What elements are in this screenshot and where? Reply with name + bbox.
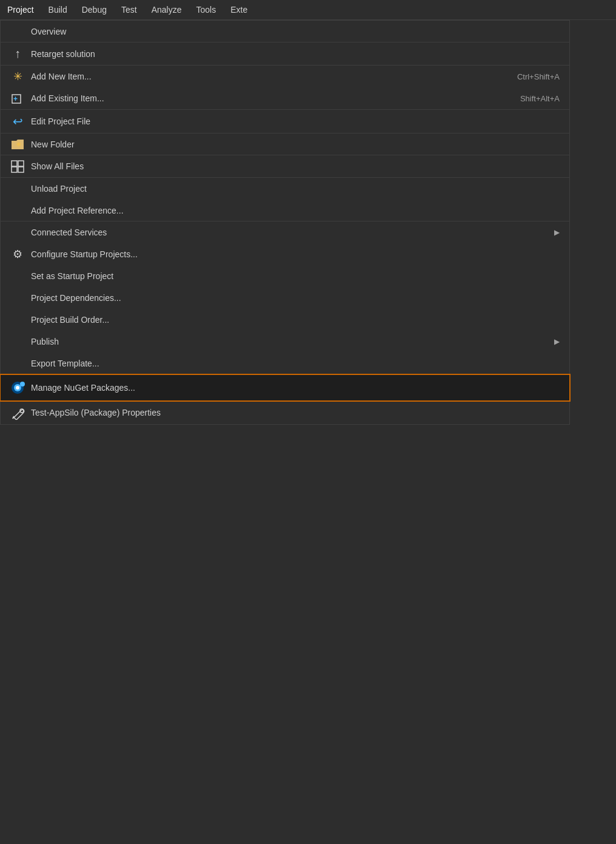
menu-item-manage-nuget-label: Manage NuGet Packages...	[28, 383, 560, 393]
menu-bar-test[interactable]: Test	[114, 2, 144, 17]
menu-item-retarget-label: Retarget solution	[28, 49, 560, 59]
menu-bar: Project Build Debug Test Analyze Tools E…	[0, 0, 616, 20]
edit-project-icon: ↩	[7, 114, 28, 129]
menu-item-connected-services-label: Connected Services	[7, 228, 554, 237]
svg-line-12	[13, 416, 14, 419]
menu-item-add-new-label: Add New Item...	[28, 72, 493, 81]
menu-item-new-folder[interactable]: ✳ New Folder	[1, 133, 569, 155]
svg-text:✳: ✳	[16, 141, 22, 148]
menu-item-add-existing-item[interactable]: + Add Existing Item... Shift+Alt+A	[1, 87, 569, 110]
svg-rect-3	[12, 161, 17, 166]
new-folder-icon: ✳	[7, 138, 28, 150]
menu-item-show-all-files-label: Show All Files	[28, 161, 560, 171]
publish-arrow-icon: ▶	[554, 337, 560, 346]
menu-bar-analyze[interactable]: Analyze	[144, 2, 189, 17]
connected-services-arrow-icon: ▶	[554, 228, 560, 237]
menu-item-export-template[interactable]: Export Template...	[1, 353, 569, 374]
menu-item-project-build-order[interactable]: Project Build Order...	[1, 309, 569, 331]
menu-item-overview[interactable]: Overview	[1, 21, 569, 42]
menu-bar-debug[interactable]: Debug	[75, 2, 114, 17]
menu-item-show-all-files[interactable]: Show All Files	[1, 155, 569, 178]
menu-item-overview-label: Overview	[7, 27, 560, 36]
menu-item-connected-services[interactable]: Connected Services ▶	[1, 221, 569, 243]
menu-item-set-startup-label: Set as Startup Project	[7, 271, 560, 281]
svg-point-9	[16, 386, 19, 390]
menu-item-add-existing-shortcut: Shift+Alt+A	[496, 94, 560, 103]
menu-item-project-deps-label: Project Dependencies...	[7, 293, 560, 303]
menu-bar-project[interactable]: Project	[0, 2, 41, 17]
configure-startup-icon: ⚙	[7, 248, 28, 261]
menu-item-add-existing-label: Add Existing Item...	[28, 93, 496, 103]
add-existing-icon: +	[7, 92, 28, 105]
add-new-item-icon: ✳	[7, 70, 28, 83]
menu-item-new-folder-label: New Folder	[28, 140, 560, 149]
svg-rect-6	[18, 167, 24, 172]
menu-item-export-template-label: Export Template...	[7, 359, 560, 368]
menu-item-unload-label: Unload Project	[7, 184, 560, 194]
menu-bar-exte[interactable]: Exte	[223, 2, 255, 17]
menu-item-properties-label: Test-AppSilo (Package) Properties	[28, 408, 560, 417]
menu-item-project-dependencies[interactable]: Project Dependencies...	[1, 287, 569, 309]
svg-point-10	[20, 382, 25, 387]
menu-item-configure-startup-label: Configure Startup Projects...	[28, 249, 560, 259]
menu-item-add-project-reference[interactable]: Add Project Reference...	[1, 200, 569, 221]
menu-item-configure-startup[interactable]: ⚙ Configure Startup Projects...	[1, 243, 569, 265]
menu-item-manage-nuget[interactable]: Manage NuGet Packages...	[1, 375, 569, 400]
menu-item-retarget-solution[interactable]: ↑ Retarget solution	[1, 42, 569, 66]
nuget-icon	[7, 379, 28, 396]
menu-item-set-startup[interactable]: Set as Startup Project	[1, 265, 569, 287]
menu-item-add-new-item[interactable]: ✳ Add New Item... Ctrl+Shift+A	[1, 66, 569, 87]
menu-item-build-order-label: Project Build Order...	[7, 315, 560, 325]
menu-item-unload-project[interactable]: Unload Project	[1, 178, 569, 200]
menu-item-publish[interactable]: Publish ▶	[1, 331, 569, 353]
retarget-icon: ↑	[7, 47, 28, 61]
svg-rect-4	[12, 167, 17, 172]
menu-bar-build[interactable]: Build	[41, 2, 75, 17]
show-all-files-icon	[7, 160, 28, 173]
svg-text:+: +	[13, 95, 18, 103]
menu-bar-tools[interactable]: Tools	[189, 2, 223, 17]
project-menu: Overview ↑ Retarget solution ✳ Add New I…	[0, 20, 570, 425]
menu-item-edit-project-file[interactable]: ↩ Edit Project File	[1, 110, 569, 133]
menu-item-properties[interactable]: Test-AppSilo (Package) Properties	[1, 401, 569, 424]
menu-item-publish-label: Publish	[7, 337, 554, 346]
svg-rect-5	[18, 161, 24, 166]
menu-item-edit-project-label: Edit Project File	[28, 116, 560, 126]
menu-item-add-new-shortcut: Ctrl+Shift+A	[493, 72, 560, 81]
menu-item-add-project-ref-label: Add Project Reference...	[7, 206, 560, 215]
wrench-icon	[7, 405, 28, 420]
